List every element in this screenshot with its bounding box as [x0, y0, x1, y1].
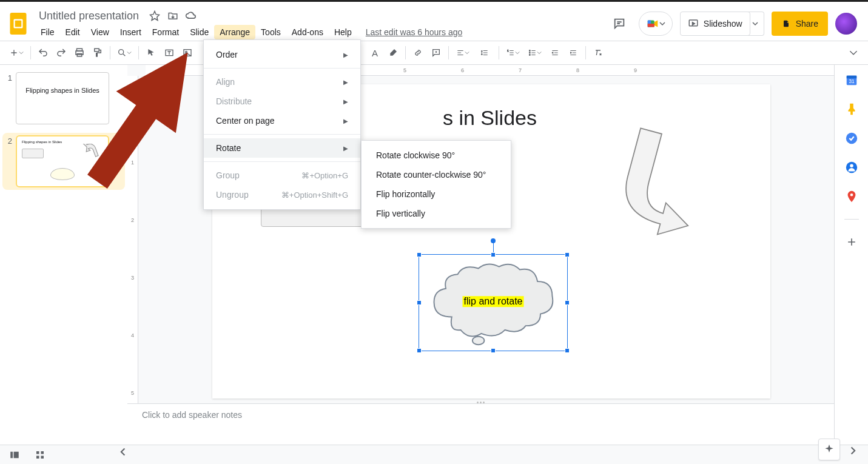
redo-button[interactable]: [53, 44, 70, 61]
zoom-button[interactable]: [114, 44, 135, 61]
menu-group: Group⌘+Option+G: [204, 166, 360, 185]
cloud-status-icon[interactable]: [185, 10, 197, 22]
menu-rotate[interactable]: Rotate▶: [204, 138, 360, 158]
filmstrip-view-icon[interactable]: [7, 448, 22, 462]
move-folder-icon[interactable]: [167, 10, 179, 22]
menu-insert[interactable]: Insert: [115, 25, 147, 39]
insert-link-button[interactable]: [409, 44, 426, 61]
svg-rect-33: [36, 456, 39, 459]
menu-distribute: Distribute▶: [204, 92, 360, 111]
svg-rect-10: [95, 49, 99, 52]
shape-curved-arrow[interactable]: [594, 121, 704, 242]
menu-view[interactable]: View: [86, 25, 115, 39]
menu-flip-vertical[interactable]: Flip vertically: [362, 204, 511, 223]
svg-point-20: [529, 55, 530, 56]
menu-rotate-cw[interactable]: Rotate clockwise 90°: [362, 146, 511, 165]
svg-text:31: 31: [849, 79, 855, 84]
toolbar-collapse-icon[interactable]: [845, 44, 862, 61]
cursor-tool[interactable]: [143, 44, 160, 61]
status-bar: [0, 445, 868, 464]
menu-addons[interactable]: Add-ons: [286, 25, 329, 39]
indent-decrease-button[interactable]: [547, 44, 564, 61]
speaker-notes-placeholder: Click to add speaker notes: [142, 410, 242, 420]
share-button[interactable]: Share: [772, 12, 828, 36]
svg-rect-34: [41, 456, 44, 459]
print-button[interactable]: [71, 44, 88, 61]
thumb-shape-arrow: [82, 144, 99, 161]
add-addon-icon[interactable]: [845, 235, 858, 249]
grid-view-icon[interactable]: [33, 448, 47, 462]
slideshow-label: Slideshow: [704, 19, 742, 29]
maps-icon[interactable]: [845, 190, 858, 203]
collapse-sidepanel-icon[interactable]: [845, 443, 860, 458]
ruler-vertical: 12345: [127, 76, 138, 445]
menu-tools[interactable]: Tools: [255, 25, 286, 39]
undo-button[interactable]: [35, 44, 52, 61]
star-icon[interactable]: [149, 10, 161, 22]
menu-arrange[interactable]: Arrange: [214, 25, 255, 39]
clear-formatting-button[interactable]: [590, 44, 607, 61]
paint-format-button[interactable]: [89, 44, 106, 61]
toolbar: − 14 + B I U A 1: [0, 41, 868, 65]
collapse-filmstrip-icon[interactable]: [116, 445, 131, 459]
shape-cloud-selected[interactable]: flip and rotate: [419, 254, 568, 351]
svg-point-18: [529, 50, 530, 52]
account-avatar[interactable]: [835, 13, 857, 35]
textbox-tool[interactable]: [161, 44, 178, 61]
calendar-icon[interactable]: 31: [845, 73, 858, 87]
keep-icon[interactable]: [845, 103, 858, 116]
cloud-text: flip and rotate: [463, 296, 524, 307]
insert-comment-button[interactable]: [428, 44, 445, 61]
thumb-number: 1: [5, 72, 12, 124]
menu-file[interactable]: File: [35, 25, 60, 39]
svg-rect-23: [846, 76, 856, 79]
highlight-button[interactable]: [385, 44, 402, 61]
menu-order[interactable]: Order▶: [204, 45, 360, 64]
last-edit-link[interactable]: Last edit was 6 hours ago: [366, 25, 463, 39]
image-tool[interactable]: [179, 44, 196, 61]
share-label: Share: [796, 19, 818, 29]
svg-rect-29: [10, 451, 13, 458]
slide-title-fragment: s in Slides: [443, 106, 537, 130]
slide-thumbnail-1[interactable]: Flipping shapes in Slides: [16, 72, 109, 124]
doc-title[interactable]: Untitled presentation: [35, 8, 143, 24]
svg-point-21: [473, 337, 485, 345]
menu-rotate-ccw[interactable]: Rotate counter-clockwise 90°: [362, 165, 511, 184]
menu-help[interactable]: Help: [329, 25, 357, 39]
menu-format[interactable]: Format: [147, 25, 184, 39]
tasks-icon[interactable]: [845, 132, 858, 145]
new-slide-button[interactable]: [6, 44, 27, 61]
explore-button[interactable]: [818, 439, 840, 460]
svg-rect-31: [36, 451, 39, 454]
slides-app-icon[interactable]: [6, 12, 30, 36]
menu-align: Align▶: [204, 72, 360, 92]
text-color-button[interactable]: A: [366, 44, 383, 61]
menu-flip-horizontal[interactable]: Flip horizontally: [362, 184, 511, 204]
slide-thumbnail-2[interactable]: Flipping shapes in Slides: [16, 135, 109, 187]
slideshow-button[interactable]: Slideshow: [680, 12, 750, 36]
rotate-submenu: Rotate clockwise 90° Rotate counter-cloc…: [361, 140, 511, 229]
menu-slide[interactable]: Slide: [184, 25, 214, 39]
align-button[interactable]: [453, 44, 473, 61]
arrange-dropdown: Order▶ Align▶ Distribute▶ Center on page…: [203, 39, 361, 210]
menu-edit[interactable]: Edit: [60, 25, 86, 39]
line-spacing-button[interactable]: [474, 44, 495, 61]
slideshow-dropdown[interactable]: [747, 12, 764, 36]
contacts-icon[interactable]: [845, 161, 858, 174]
numbered-list-button[interactable]: 1: [503, 44, 523, 61]
comments-icon[interactable]: [607, 12, 631, 36]
speaker-notes[interactable]: Click to add speaker notes: [127, 403, 834, 445]
thumb-number: 2: [5, 135, 12, 187]
meet-button[interactable]: [639, 12, 673, 36]
indent-increase-button[interactable]: [565, 44, 582, 61]
svg-point-28: [850, 193, 853, 197]
thumb-title: Flipping shapes in Slides: [22, 140, 62, 144]
svg-rect-2: [15, 21, 22, 27]
bullet-list-button[interactable]: [525, 44, 545, 61]
titlebar: Untitled presentation File Edit View Ins…: [0, 2, 868, 41]
svg-rect-32: [41, 451, 44, 454]
thumb-title: Flipping shapes in Slides: [16, 86, 109, 95]
svg-point-27: [850, 164, 853, 168]
menu-center-on-page[interactable]: Center on page▶: [204, 111, 360, 130]
slide-filmstrip: 1 Flipping shapes in Slides 2 Flipping s…: [0, 65, 127, 445]
